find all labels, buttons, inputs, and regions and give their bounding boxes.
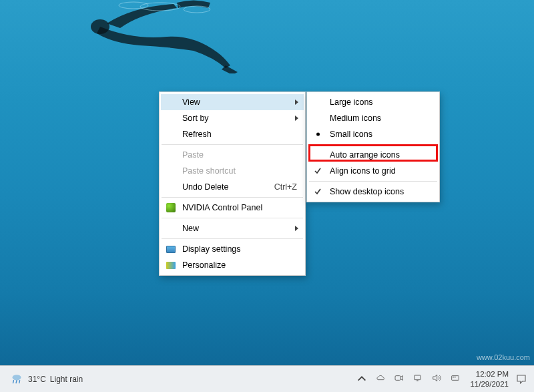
- menu-undo-delete[interactable]: Undo Delete Ctrl+Z: [161, 179, 304, 195]
- menu-align-to-grid[interactable]: Align icons to grid: [308, 163, 438, 179]
- chevron-right-icon: [295, 226, 298, 231]
- clock-time: 12:02 PM: [470, 369, 509, 379]
- svg-rect-6: [415, 375, 421, 380]
- personalize-icon: [166, 260, 176, 270]
- clock-date: 11/29/2021: [470, 379, 509, 389]
- weather-temp: 31°C: [28, 375, 46, 384]
- menu-refresh[interactable]: Refresh: [161, 126, 304, 142]
- separator: [162, 144, 303, 145]
- taskbar-clock[interactable]: 12:02 PM 11/29/2021: [467, 369, 514, 389]
- taskbar: 31°C Light rain: [0, 365, 534, 392]
- menu-label: Show desktop icons: [330, 187, 404, 196]
- svg-point-1: [140, 3, 180, 11]
- separator: [162, 218, 303, 218]
- svg-rect-5: [395, 376, 400, 381]
- menu-label: NVIDIA Control Panel: [182, 203, 262, 212]
- check-icon: [314, 188, 322, 196]
- svg-rect-8: [452, 376, 459, 381]
- menu-small-icons[interactable]: Small icons: [308, 126, 438, 142]
- menu-label: Sort by: [182, 114, 209, 123]
- separator: [309, 181, 437, 182]
- onedrive-icon[interactable]: [375, 373, 386, 385]
- menu-new[interactable]: New: [161, 220, 304, 236]
- nvidia-icon: [166, 203, 176, 212]
- desktop-wallpaper[interactable]: View Sort by Refresh Paste Paste shortcu…: [0, 0, 534, 392]
- menu-label: Large icons: [330, 97, 373, 107]
- menu-label: Undo Delete: [182, 182, 229, 192]
- menu-label: Display settings: [182, 244, 241, 254]
- view-submenu: Large icons Medium icons Small icons Aut…: [306, 91, 440, 202]
- menu-medium-icons[interactable]: Medium icons: [308, 110, 438, 126]
- meet-now-icon[interactable]: [394, 373, 405, 385]
- menu-label: Paste shortcut: [182, 166, 236, 176]
- menu-view[interactable]: View: [161, 94, 304, 110]
- display-icon: [166, 244, 176, 254]
- volume-icon[interactable]: [431, 373, 442, 385]
- separator: [309, 144, 437, 145]
- watermark: www.02kuu.com: [477, 353, 530, 361]
- svg-point-4: [13, 375, 21, 380]
- menu-sort-by[interactable]: Sort by: [161, 110, 304, 126]
- menu-paste-shortcut: Paste shortcut: [161, 163, 304, 179]
- menu-label: Small icons: [330, 130, 372, 139]
- menu-paste: Paste: [161, 147, 304, 163]
- language-icon[interactable]: [450, 373, 461, 385]
- taskbar-weather[interactable]: 31°C Light rain: [0, 372, 83, 387]
- svg-point-3: [119, 2, 148, 9]
- chevron-right-icon: [295, 116, 298, 121]
- menu-label: New: [182, 224, 199, 233]
- svg-rect-9: [453, 377, 454, 377]
- menu-personalize[interactable]: Personalize: [161, 257, 304, 273]
- chevron-right-icon: [295, 100, 298, 105]
- separator: [162, 197, 303, 198]
- separator: [162, 238, 303, 239]
- svg-rect-7: [417, 380, 419, 381]
- menu-label: Personalize: [182, 260, 226, 270]
- svg-rect-10: [455, 377, 456, 377]
- weather-icon: [9, 372, 24, 387]
- tray-overflow-icon[interactable]: [356, 373, 367, 385]
- menu-label: Medium icons: [330, 114, 381, 123]
- menu-auto-arrange-icons[interactable]: Auto arrange icons: [308, 147, 438, 163]
- check-icon: [314, 167, 322, 175]
- menu-show-desktop-icons[interactable]: Show desktop icons: [308, 184, 438, 200]
- radio-bullet-icon: [316, 133, 320, 136]
- menu-label: Align icons to grid: [330, 166, 396, 176]
- action-center-icon[interactable]: [515, 373, 527, 385]
- menu-nvidia[interactable]: NVIDIA Control Panel: [161, 200, 304, 216]
- svg-point-0: [91, 19, 109, 34]
- network-icon[interactable]: [413, 373, 423, 385]
- desktop-context-menu: View Sort by Refresh Paste Paste shortcu…: [159, 91, 306, 276]
- menu-display-settings[interactable]: Display settings: [161, 241, 304, 257]
- menu-shortcut: Ctrl+Z: [274, 182, 297, 192]
- menu-label: Paste: [182, 150, 204, 160]
- menu-label: Auto arrange icons: [330, 150, 400, 160]
- system-tray: [350, 366, 467, 392]
- menu-large-icons[interactable]: Large icons: [308, 94, 438, 110]
- weather-desc: Light rain: [50, 375, 83, 384]
- svg-point-2: [184, 6, 210, 13]
- menu-label: Refresh: [182, 130, 212, 139]
- menu-label: View: [182, 97, 200, 107]
- wallpaper-figure: [60, 0, 260, 73]
